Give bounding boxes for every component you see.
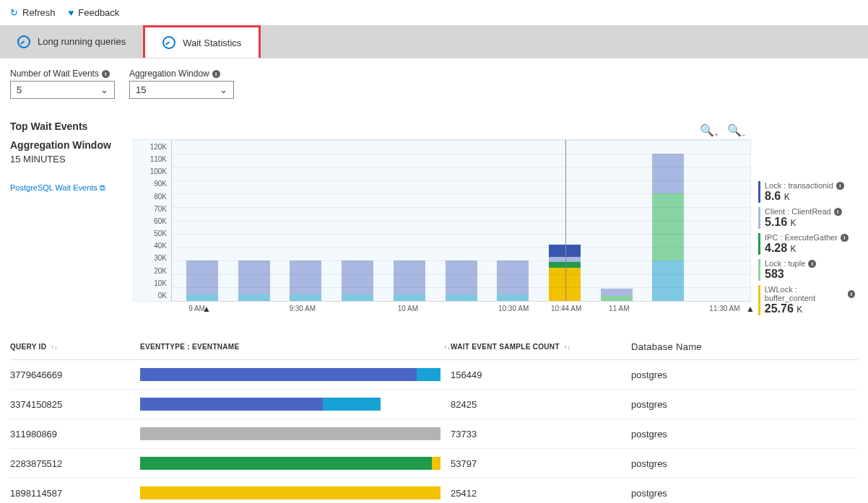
cell-query-id: 3374150825 bbox=[10, 399, 140, 410]
event-bar bbox=[140, 398, 381, 411]
heart-icon: ♥ bbox=[69, 7, 74, 18]
info-icon[interactable]: i bbox=[848, 290, 855, 298]
refresh-label: Refresh bbox=[22, 7, 56, 18]
cell-sample-count: 156449 bbox=[451, 369, 631, 380]
sort-icon: ↑↓ bbox=[443, 344, 451, 351]
table-row[interactable]: 3374150825 82425 postgres bbox=[10, 390, 858, 419]
control-num-wait-events: Number of Wait Events i 5 ⌄ bbox=[10, 69, 115, 99]
refresh-button[interactable]: ↻ Refresh bbox=[10, 7, 56, 18]
sort-icon: ↑↓ bbox=[564, 344, 571, 351]
info-icon[interactable]: i bbox=[841, 234, 849, 242]
col-sample-count[interactable]: WAIT EVENT SAMPLE COUNT↑↓ bbox=[451, 341, 631, 352]
select-num-wait-events[interactable]: 5 ⌄ bbox=[10, 81, 115, 99]
event-bar bbox=[140, 457, 440, 470]
gauge-icon bbox=[162, 36, 175, 49]
refresh-icon: ↻ bbox=[10, 7, 18, 18]
info-icon[interactable]: i bbox=[836, 182, 844, 190]
agg-window-title: Aggregation Window bbox=[10, 139, 133, 151]
table-row[interactable]: 311980869 73733 postgres bbox=[10, 419, 858, 449]
cell-database-name: postgres bbox=[631, 488, 858, 499]
col-query-id[interactable]: QUERY ID↑↓ bbox=[10, 341, 140, 352]
legend-item: Lock : tuple i 583 bbox=[758, 259, 855, 281]
gauge-icon bbox=[17, 35, 30, 48]
zoom-out-icon[interactable]: 🔍− bbox=[727, 123, 745, 139]
cell-query-id: 3779646669 bbox=[10, 369, 140, 380]
tab-long-running-queries[interactable]: Long running queries bbox=[0, 25, 143, 58]
info-icon[interactable]: i bbox=[834, 208, 842, 216]
cell-database-name: postgres bbox=[631, 458, 858, 469]
info-icon[interactable]: i bbox=[102, 70, 110, 78]
info-icon[interactable]: i bbox=[212, 70, 220, 78]
cell-sample-count: 53797 bbox=[451, 458, 631, 469]
table-row[interactable]: 1898114587 25412 postgres bbox=[10, 478, 858, 503]
cell-database-name: postgres bbox=[631, 429, 858, 439]
agg-window-value: 15 MINUTES bbox=[10, 154, 133, 165]
table-row[interactable]: 2283875512 53797 postgres bbox=[10, 449, 858, 478]
cell-database-name: postgres bbox=[631, 399, 858, 410]
legend-item: Lock : transactionid i 8.6 K bbox=[758, 181, 855, 203]
cell-query-id: 311980869 bbox=[10, 429, 140, 439]
cell-sample-count: 25412 bbox=[451, 488, 631, 499]
postgresql-wait-events-link[interactable]: PostgreSQL Wait Events ⧉ bbox=[10, 183, 105, 192]
info-icon[interactable]: i bbox=[808, 260, 816, 268]
tab-wait-statistics[interactable]: Wait Statistics bbox=[143, 25, 261, 58]
legend-item: Client : ClientRead i 5.16 K bbox=[758, 207, 855, 229]
event-bar bbox=[140, 486, 440, 499]
event-bar bbox=[140, 368, 440, 381]
cell-sample-count: 82425 bbox=[451, 399, 631, 410]
table-row[interactable]: 3779646669 156449 postgres bbox=[10, 360, 858, 390]
sort-icon: ↑↓ bbox=[51, 344, 58, 351]
zoom-in-icon[interactable]: 🔍+ bbox=[700, 123, 718, 139]
event-bar bbox=[140, 427, 440, 440]
cell-query-id: 1898114587 bbox=[10, 488, 140, 499]
control-aggregation-window: Aggregation Window i 15 ⌄ bbox=[129, 69, 234, 99]
cell-query-id: 2283875512 bbox=[10, 458, 140, 469]
chart[interactable]: 120K110K100K90K80K70K60K50K40K30K20K10K0… bbox=[133, 139, 751, 302]
col-eventtype[interactable]: EVENTTYPE : EVENTNAME↑↓ bbox=[140, 341, 451, 352]
feedback-button[interactable]: ♥ Feedback bbox=[69, 7, 120, 18]
cell-sample-count: 73733 bbox=[451, 429, 631, 439]
select-aggregation-window[interactable]: 15 ⌄ bbox=[129, 81, 234, 99]
feedback-label: Feedback bbox=[78, 7, 119, 18]
chevron-down-icon: ⌄ bbox=[100, 84, 108, 95]
col-database-name[interactable]: Database Name bbox=[631, 341, 858, 352]
legend-item: IPC : ExecuteGather i 4.28 K bbox=[758, 233, 855, 255]
cell-database-name: postgres bbox=[631, 369, 858, 380]
chevron-down-icon: ⌄ bbox=[220, 84, 227, 95]
legend-item: LWLock : buffer_content i 25.76 K bbox=[758, 285, 855, 315]
